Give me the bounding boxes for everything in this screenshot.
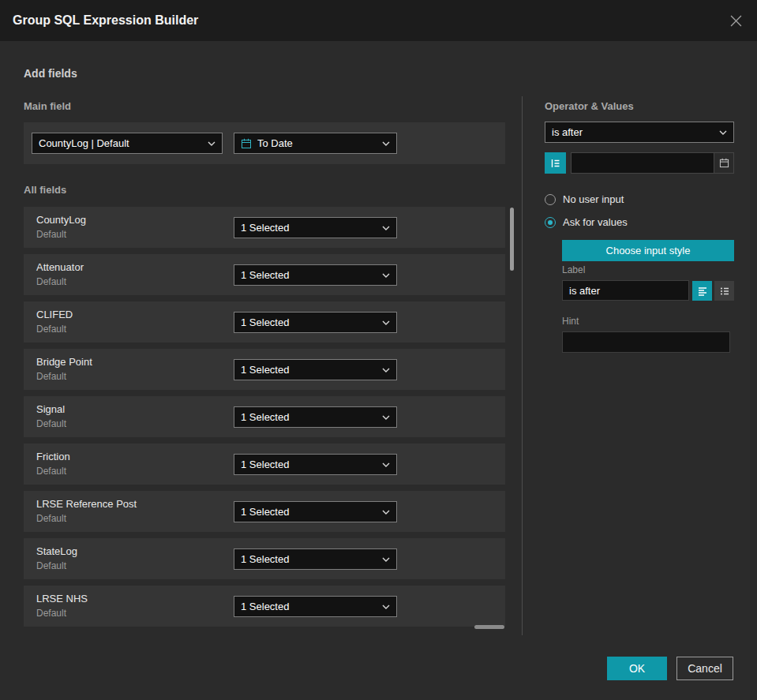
- radio-circle-icon: [545, 217, 556, 228]
- field-type: Default: [36, 513, 66, 524]
- all-fields-label: All fields: [24, 184, 66, 196]
- field-selection-value: 1 Selected: [241, 316, 377, 328]
- field-selection-value: 1 Selected: [241, 411, 377, 423]
- main-field-dropdown-value: CountyLog | Default: [39, 137, 202, 149]
- field-name: StateLog: [36, 545, 77, 557]
- chevron-down-icon: [382, 510, 390, 515]
- field-name: LRSE NHS: [36, 593, 88, 605]
- field-name: Signal: [36, 403, 65, 415]
- field-type: Default: [36, 371, 66, 382]
- chevron-down-icon: [382, 273, 390, 278]
- field-type: Default: [36, 466, 66, 477]
- field-name: LRSE Reference Post: [36, 498, 137, 510]
- field-selection-value: 1 Selected: [241, 459, 377, 470]
- horizontal-scrollbar-thumb[interactable]: [474, 625, 504, 629]
- field-row: Friction Default 1 Selected: [24, 444, 505, 485]
- field-selection-value: 1 Selected: [241, 364, 377, 376]
- field-name: CLIFED: [36, 309, 73, 320]
- main-field-dropdown[interactable]: CountyLog | Default: [32, 133, 223, 154]
- chevron-down-icon: [382, 141, 390, 146]
- panel-divider: [522, 96, 523, 635]
- ok-button[interactable]: OK: [607, 657, 667, 680]
- radio-circle-icon: [545, 194, 556, 205]
- field-row: CLIFED Default 1 Selected: [24, 301, 505, 343]
- field-selection-dropdown[interactable]: 1 Selected: [234, 548, 397, 570]
- field-selection-dropdown[interactable]: 1 Selected: [234, 359, 397, 380]
- field-selection-dropdown[interactable]: 1 Selected: [234, 596, 397, 617]
- field-selection-value: 1 Selected: [241, 269, 377, 281]
- calendar-icon: [241, 138, 252, 149]
- date-type-dropdown[interactable]: To Date: [234, 133, 397, 154]
- all-fields-list: CountyLog Default 1 Selected Attenuator …: [24, 207, 505, 627]
- field-row: CountyLog Default 1 Selected: [24, 207, 505, 248]
- dialog-titlebar: Group SQL Expression Builder: [0, 0, 757, 41]
- field-row: StateLog Default 1 Selected: [24, 538, 505, 579]
- chevron-down-icon: [382, 226, 390, 230]
- field-type: Default: [36, 418, 66, 429]
- field-type: Default: [36, 608, 66, 619]
- chevron-down-icon: [382, 368, 390, 372]
- field-selection-dropdown[interactable]: 1 Selected: [234, 406, 397, 428]
- radio-no-user-input[interactable]: No user input: [545, 193, 624, 205]
- field-name: Attenuator: [36, 261, 84, 273]
- field-selection-value: 1 Selected: [241, 553, 377, 565]
- field-type: Default: [36, 229, 66, 240]
- field-selection-dropdown[interactable]: 1 Selected: [234, 454, 397, 475]
- radio-ask-for-values[interactable]: Ask for values: [545, 216, 628, 228]
- operator-values-heading: Operator & Values: [545, 100, 634, 112]
- field-row: Attenuator Default 1 Selected: [24, 254, 505, 295]
- value-input[interactable]: [571, 153, 714, 173]
- label-input[interactable]: [562, 280, 689, 301]
- operator-dropdown-value: is after: [552, 126, 714, 138]
- date-type-dropdown-value: To Date: [257, 137, 377, 149]
- hint-input[interactable]: [562, 331, 730, 353]
- value-input-group: [571, 152, 734, 174]
- label-field-label: Label: [562, 264, 585, 275]
- chevron-down-icon: [382, 605, 390, 609]
- main-field-label: Main field: [24, 100, 71, 112]
- field-selection-dropdown[interactable]: 1 Selected: [234, 264, 397, 286]
- vertical-scrollbar-thumb[interactable]: [510, 208, 514, 271]
- radio-label: Ask for values: [563, 216, 628, 228]
- field-selection-value: 1 Selected: [241, 222, 377, 234]
- align-left-icon[interactable]: [692, 281, 712, 301]
- field-row: LRSE NHS Default 1 Selected: [24, 586, 505, 627]
- radio-label: No user input: [563, 193, 624, 205]
- close-icon[interactable]: [727, 12, 744, 29]
- field-row: Signal Default 1 Selected: [24, 396, 505, 437]
- hint-field-label: Hint: [562, 316, 579, 327]
- field-type: Default: [36, 276, 66, 287]
- field-selection-value: 1 Selected: [241, 601, 377, 612]
- field-selection-dropdown[interactable]: 1 Selected: [234, 501, 397, 522]
- values-list-icon[interactable]: [545, 152, 566, 174]
- field-selection-dropdown[interactable]: 1 Selected: [234, 312, 397, 333]
- main-field-panel: CountyLog | Default To Date: [24, 122, 505, 164]
- field-name: Friction: [36, 451, 70, 462]
- field-name: CountyLog: [36, 214, 86, 226]
- add-fields-heading: Add fields: [24, 67, 77, 80]
- chevron-down-icon: [382, 462, 390, 467]
- field-selection-value: 1 Selected: [241, 506, 377, 518]
- cancel-button[interactable]: Cancel: [676, 657, 733, 680]
- field-name: Bridge Point: [36, 356, 92, 368]
- field-row: LRSE Reference Post Default 1 Selected: [24, 491, 505, 532]
- bullet-list-icon[interactable]: [714, 281, 734, 301]
- field-type: Default: [36, 324, 66, 335]
- field-row: Bridge Point Default 1 Selected: [24, 349, 505, 390]
- dialog-title: Group SQL Expression Builder: [13, 13, 198, 28]
- chevron-down-icon: [719, 130, 727, 135]
- calendar-icon[interactable]: [714, 153, 733, 173]
- choose-input-style-button[interactable]: Choose input style: [562, 240, 734, 261]
- chevron-down-icon: [382, 415, 390, 420]
- field-selection-dropdown[interactable]: 1 Selected: [234, 217, 397, 238]
- operator-dropdown[interactable]: is after: [545, 122, 734, 143]
- chevron-down-icon: [208, 141, 215, 146]
- chevron-down-icon: [382, 557, 390, 562]
- field-type: Default: [36, 560, 66, 571]
- chevron-down-icon: [382, 320, 390, 325]
